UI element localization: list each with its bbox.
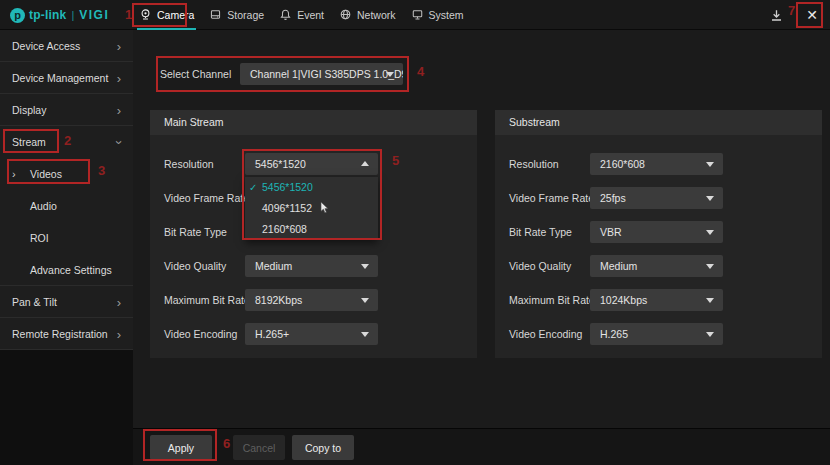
video-quality-select[interactable]: Medium bbox=[245, 255, 378, 277]
storage-icon bbox=[209, 8, 222, 23]
chevron-down-icon: › bbox=[112, 140, 125, 144]
tab-camera-label: Camera bbox=[157, 9, 194, 21]
tab-event-label: Event bbox=[297, 9, 324, 21]
bit-rate-type-label: Bit Rate Type bbox=[509, 221, 572, 243]
sidebar-item-audio[interactable]: Audio bbox=[0, 190, 133, 222]
dropdown-option-label: 2160*608 bbox=[262, 223, 307, 235]
tab-system[interactable]: System bbox=[411, 0, 464, 30]
sidebar-item-label: Remote Registration bbox=[12, 328, 108, 340]
sidebar-item-advance-settings[interactable]: Advance Settings bbox=[0, 254, 133, 286]
topbar: p tp-link | VIGI Camera Storage Event Ne… bbox=[0, 0, 830, 30]
check-icon: ✓ bbox=[249, 177, 257, 198]
footer-bar: Apply Cancel Copy to bbox=[133, 428, 830, 465]
cancel-button[interactable]: Cancel bbox=[233, 435, 285, 460]
video-quality-label: Video Quality bbox=[509, 255, 571, 277]
dropdown-option-2160x608[interactable]: 2160*608 bbox=[245, 219, 378, 240]
tab-camera[interactable]: Camera bbox=[139, 0, 194, 30]
sidebar-separator bbox=[0, 125, 133, 126]
video-encoding-label: Video Encoding bbox=[164, 323, 237, 345]
sub-video-encoding-select[interactable]: H.265 bbox=[590, 323, 723, 345]
sidebar-item-label: Display bbox=[12, 104, 46, 116]
sub-bit-rate-type-select[interactable]: VBR bbox=[590, 221, 723, 243]
tab-storage[interactable]: Storage bbox=[209, 0, 264, 30]
sidebar-items: Device Access › Device Management › Disp… bbox=[0, 30, 133, 350]
sidebar-item-label: Device Access bbox=[12, 40, 80, 52]
download-button[interactable] bbox=[766, 5, 786, 25]
sidebar-item-stream[interactable]: Stream › bbox=[0, 126, 133, 158]
chevron-right-icon: › bbox=[117, 296, 121, 309]
sub-video-quality-select[interactable]: Medium bbox=[590, 255, 723, 277]
maximum-bit-rate-label: Maximum Bit Rate bbox=[164, 289, 250, 311]
chevron-right-icon: › bbox=[117, 328, 121, 341]
brand-divider: | bbox=[71, 9, 74, 21]
bit-rate-type-label: Bit Rate Type bbox=[164, 221, 227, 243]
sidebar-separator bbox=[0, 317, 133, 318]
bell-icon bbox=[279, 8, 292, 23]
dropdown-option-label: 4096*1152 bbox=[262, 202, 312, 214]
sidebar-item-display[interactable]: Display › bbox=[0, 94, 133, 126]
apply-button[interactable]: Apply bbox=[150, 435, 212, 460]
monitor-icon bbox=[411, 8, 424, 23]
close-icon: ✕ bbox=[806, 8, 818, 22]
topbar-actions: ✕ bbox=[766, 0, 822, 30]
tab-network[interactable]: Network bbox=[339, 0, 396, 30]
resolution-label: Resolution bbox=[164, 153, 214, 175]
brand-name: tp-link bbox=[29, 8, 66, 22]
sidebar-item-label: Audio bbox=[30, 200, 57, 212]
sidebar-item-videos[interactable]: › Videos bbox=[0, 158, 133, 190]
chevron-right-icon: › bbox=[117, 104, 121, 117]
select-channel-label: Select Channel bbox=[160, 63, 231, 85]
brand-product: VIGI bbox=[79, 8, 109, 22]
resolution-select[interactable]: 5456*1520 bbox=[245, 153, 378, 175]
chevron-right-icon: › bbox=[117, 40, 121, 53]
main-stream-panel: Main Stream Resolution 5456*1520 Video F… bbox=[150, 110, 477, 358]
tab-system-label: System bbox=[429, 9, 464, 21]
video-frame-rate-label: Video Frame Rate bbox=[164, 187, 249, 209]
tab-event[interactable]: Event bbox=[279, 0, 324, 30]
sub-video-frame-rate-select[interactable]: 25fps bbox=[590, 187, 723, 209]
dropdown-option-label: 5456*1520 bbox=[262, 181, 313, 193]
sidebar-item-label: Pan & Tilt bbox=[12, 296, 57, 308]
main-stream-title: Main Stream bbox=[150, 110, 477, 135]
sidebar-separator bbox=[0, 285, 133, 286]
maximum-bit-rate-select[interactable]: 8192Kbps bbox=[245, 289, 378, 311]
sub-resolution-select[interactable]: 2160*608 bbox=[590, 153, 723, 175]
sidebar-separator bbox=[0, 93, 133, 94]
sidebar-item-remote-registration[interactable]: Remote Registration › bbox=[0, 318, 133, 350]
video-encoding-select[interactable]: H.265+ bbox=[245, 323, 378, 345]
sidebar-item-roi[interactable]: ROI bbox=[0, 222, 133, 254]
maximum-bit-rate-label: Maximum Bit Rate bbox=[509, 289, 595, 311]
sidebar-item-device-access[interactable]: Device Access › bbox=[0, 30, 133, 62]
substream-title: Substream bbox=[495, 110, 822, 135]
sidebar-item-label: ROI bbox=[30, 232, 49, 244]
substream-panel: Substream Resolution 2160*608 Video Fram… bbox=[495, 110, 822, 358]
tab-storage-label: Storage bbox=[227, 9, 264, 21]
sub-maximum-bit-rate-select[interactable]: 1024Kbps bbox=[590, 289, 723, 311]
resolution-label: Resolution bbox=[509, 153, 559, 175]
video-encoding-label: Video Encoding bbox=[509, 323, 582, 345]
close-button[interactable]: ✕ bbox=[802, 5, 822, 25]
sidebar-item-label: Advance Settings bbox=[30, 264, 112, 276]
tplink-logo-icon: p bbox=[10, 8, 25, 23]
mouse-cursor-icon bbox=[320, 200, 330, 221]
chevron-right-icon: › bbox=[117, 72, 121, 85]
dropdown-option-5456x1520[interactable]: ✓ 5456*1520 bbox=[245, 177, 378, 198]
sidebar-item-pan-tilt[interactable]: Pan & Tilt › bbox=[0, 286, 133, 318]
dropdown-option-4096x1152[interactable]: 4096*1152 bbox=[245, 198, 378, 219]
select-channel-dropdown[interactable]: Channel 1|VIGI S385DPS 1.0_D981 bbox=[240, 63, 403, 85]
resolution-dropdown-list: ✓ 5456*1520 4096*1152 2160*608 bbox=[245, 177, 378, 240]
video-frame-rate-label: Video Frame Rate bbox=[509, 187, 594, 209]
sidebar-item-label: Stream bbox=[12, 136, 46, 148]
sidebar-item-label: Videos bbox=[30, 168, 62, 180]
sidebar: Device Access › Device Management › Disp… bbox=[0, 30, 133, 465]
sidebar-separator bbox=[0, 61, 133, 62]
brand-logo: p tp-link | VIGI bbox=[10, 0, 109, 30]
tree-arrow-icon: › bbox=[12, 169, 16, 180]
download-icon bbox=[769, 8, 784, 23]
camera-icon bbox=[139, 8, 152, 23]
video-quality-label: Video Quality bbox=[164, 255, 226, 277]
copy-to-button[interactable]: Copy to bbox=[292, 435, 354, 460]
sidebar-item-device-management[interactable]: Device Management › bbox=[0, 62, 133, 94]
content-area: Select Channel Channel 1|VIGI S385DPS 1.… bbox=[133, 30, 830, 428]
globe-icon bbox=[339, 8, 352, 23]
